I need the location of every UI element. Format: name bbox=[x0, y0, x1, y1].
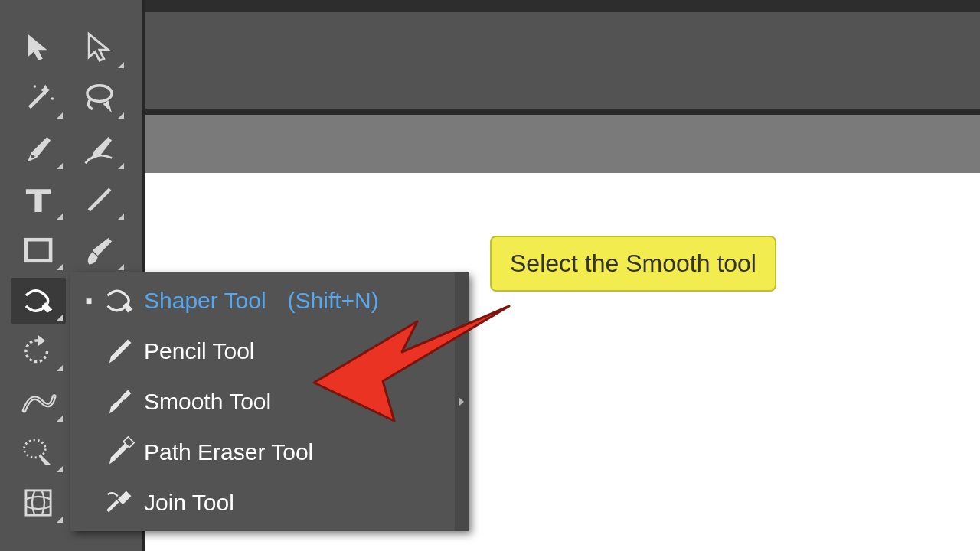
direct-selection-arrow-icon bbox=[82, 31, 117, 66]
shaper-tool-flyout: ■ Shaper Tool (Shift+N) Pencil Tool bbox=[70, 272, 469, 531]
svg-point-1 bbox=[34, 85, 36, 87]
rectangle-icon bbox=[21, 233, 56, 268]
paintbrush-icon bbox=[82, 233, 117, 268]
svg-line-5 bbox=[89, 189, 110, 210]
curvature-pen-icon bbox=[82, 132, 117, 167]
instruction-callout: Select the Smooth tool bbox=[490, 236, 776, 292]
mesh-icon bbox=[21, 485, 56, 520]
horizontal-ruler bbox=[145, 115, 980, 173]
flyout-item-pencil-tool[interactable]: Pencil Tool bbox=[70, 326, 469, 377]
path-eraser-tool-icon bbox=[98, 431, 141, 474]
app-root: ■ Shaper Tool (Shift+N) Pencil Tool bbox=[0, 0, 980, 551]
curvature-tool[interactable] bbox=[72, 126, 127, 172]
flyout-item-label: Join Tool bbox=[144, 490, 234, 516]
magic-wand-icon bbox=[21, 81, 56, 116]
magic-wand-tool[interactable] bbox=[11, 76, 66, 122]
rotate-icon bbox=[21, 334, 56, 369]
flyout-item-label: Path Eraser Tool bbox=[144, 439, 313, 465]
width-tool[interactable] bbox=[11, 379, 66, 425]
pencil-tool-icon bbox=[98, 330, 141, 373]
svg-rect-8 bbox=[26, 491, 51, 515]
current-tool-marker-icon: ■ bbox=[80, 295, 98, 307]
instruction-callout-text: Select the Smooth tool bbox=[510, 249, 756, 277]
free-transform-tool[interactable] bbox=[11, 429, 66, 475]
flyout-item-shortcut: (Shift+N) bbox=[288, 288, 379, 314]
shaper-tool-icon bbox=[21, 283, 56, 318]
svg-point-2 bbox=[51, 97, 54, 99]
mesh-tool[interactable] bbox=[11, 480, 66, 526]
flyout-item-smooth-tool[interactable]: Smooth Tool bbox=[70, 377, 469, 427]
line-segment-icon bbox=[82, 182, 117, 217]
svg-point-4 bbox=[31, 155, 35, 158]
rotate-tool[interactable] bbox=[11, 328, 66, 374]
join-tool-icon bbox=[98, 481, 141, 524]
type-t-icon bbox=[21, 182, 56, 217]
paintbrush-tool[interactable] bbox=[72, 227, 127, 273]
svg-point-7 bbox=[24, 440, 46, 458]
shaper-tool-button[interactable] bbox=[11, 278, 66, 324]
smooth-tool-icon bbox=[98, 380, 141, 423]
lasso-icon bbox=[82, 81, 117, 116]
flyout-item-join-tool[interactable]: Join Tool bbox=[70, 478, 469, 528]
direct-selection-tool[interactable] bbox=[72, 25, 127, 71]
svg-rect-6 bbox=[26, 240, 51, 261]
svg-line-11 bbox=[122, 403, 128, 409]
shaper-tool-icon bbox=[98, 279, 141, 322]
flyout-item-shaper-tool[interactable]: ■ Shaper Tool (Shift+N) bbox=[70, 276, 469, 326]
rectangle-tool[interactable] bbox=[11, 227, 66, 273]
control-bar bbox=[145, 12, 980, 115]
lasso-tool[interactable] bbox=[72, 76, 127, 122]
type-tool[interactable] bbox=[11, 177, 66, 223]
free-transform-icon bbox=[21, 435, 56, 470]
width-tool-icon bbox=[21, 384, 56, 419]
flyout-item-label: Smooth Tool bbox=[144, 389, 271, 415]
selection-tool[interactable] bbox=[11, 25, 66, 71]
line-segment-tool[interactable] bbox=[72, 177, 127, 223]
flyout-item-label: Pencil Tool bbox=[144, 338, 255, 364]
selection-arrow-icon bbox=[21, 31, 56, 66]
pen-tool[interactable] bbox=[11, 126, 66, 172]
pen-nib-icon bbox=[21, 132, 56, 167]
flyout-item-label: Shaper Tool bbox=[144, 288, 266, 314]
document-tabs-bar bbox=[145, 0, 980, 12]
flyout-item-path-eraser-tool[interactable]: Path Eraser Tool bbox=[70, 427, 469, 478]
